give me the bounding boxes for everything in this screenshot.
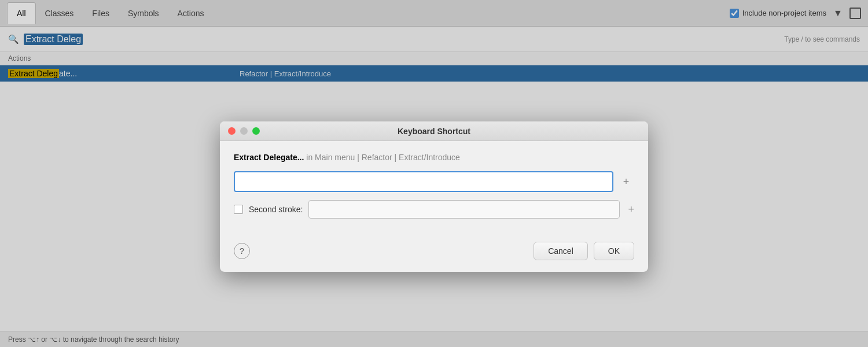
ok-button[interactable]: OK — [594, 242, 634, 260]
second-stroke-checkbox[interactable] — [234, 205, 243, 214]
help-button[interactable]: ? — [234, 243, 250, 259]
shortcut-plus-icon[interactable]: + — [618, 174, 634, 190]
dialog-body: Extract Delegate... in Main menu | Refac… — [220, 141, 648, 242]
keyboard-shortcut-dialog: Keyboard Shortcut Extract Delegate... in… — [220, 121, 648, 272]
close-button[interactable] — [228, 127, 236, 135]
action-menu-path: in Main menu | Refactor | Extract/Introd… — [306, 153, 460, 162]
shortcut-input-field[interactable] — [234, 171, 613, 192]
window-controls — [228, 127, 260, 135]
second-stroke-plus-icon[interactable]: + — [628, 204, 634, 216]
dialog-title: Keyboard Shortcut — [398, 127, 470, 136]
shortcut-input-row: + — [234, 171, 634, 192]
second-stroke-input[interactable] — [308, 200, 620, 219]
action-name: Extract Delegate... — [234, 153, 304, 162]
dialog-action-label: Extract Delegate... in Main menu | Refac… — [234, 153, 634, 162]
second-stroke-row: Second stroke: + — [234, 200, 634, 219]
maximize-button[interactable] — [252, 127, 260, 135]
dialog-footer: ? Cancel OK — [220, 242, 648, 272]
footer-buttons: Cancel OK — [534, 242, 634, 260]
minimize-button[interactable] — [240, 127, 248, 135]
cancel-button[interactable]: Cancel — [534, 242, 588, 260]
second-stroke-label: Second stroke: — [249, 205, 303, 214]
modal-overlay: Keyboard Shortcut Extract Delegate... in… — [0, 0, 868, 347]
dialog-titlebar: Keyboard Shortcut — [220, 121, 648, 141]
